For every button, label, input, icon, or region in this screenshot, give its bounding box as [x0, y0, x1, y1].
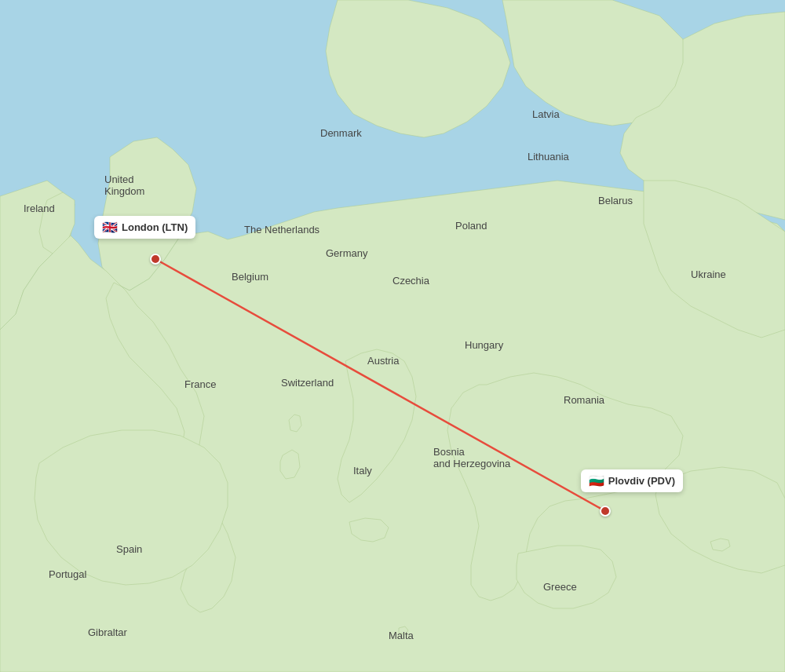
uk-flag-icon: 🇬🇧	[102, 220, 118, 235]
plovdiv-airport-text: Plovdiv (PDV)	[608, 475, 675, 487]
plovdiv-airport-dot	[600, 506, 611, 517]
bulgaria-flag-icon: 🇧🇬	[589, 473, 604, 488]
map-container: Ireland UnitedKingdom The Netherlands Be…	[0, 0, 785, 672]
london-airport-label[interactable]: 🇬🇧 London (LTN)	[94, 216, 195, 239]
plovdiv-airport-label[interactable]: 🇧🇬 Plovdiv (PDV)	[581, 469, 683, 492]
map-svg	[0, 0, 785, 672]
london-airport-dot	[150, 254, 161, 265]
london-airport-text: London (LTN)	[122, 221, 188, 233]
